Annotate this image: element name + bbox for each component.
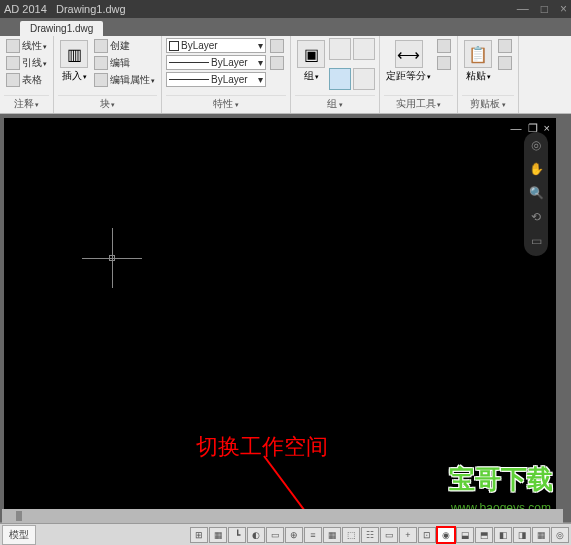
- paste-button[interactable]: 📋 粘贴: [462, 38, 494, 95]
- cut-icon[interactable]: [498, 39, 512, 53]
- status-button-10[interactable]: ▭: [380, 527, 398, 543]
- status-button-9[interactable]: ☷: [361, 527, 379, 543]
- maximize-button[interactable]: □: [541, 2, 548, 16]
- status-button-7[interactable]: ▦: [323, 527, 341, 543]
- status-button-16[interactable]: ◧: [494, 527, 512, 543]
- title-bar: AD 2014 Drawing1.dwg — □ ×: [0, 0, 571, 18]
- nav-orbit-icon[interactable]: ⟲: [528, 210, 544, 226]
- status-button-5[interactable]: ⊕: [285, 527, 303, 543]
- status-button-17[interactable]: ◨: [513, 527, 531, 543]
- status-button-3[interactable]: ◐: [247, 527, 265, 543]
- measure-button[interactable]: ⟷ 定距等分: [384, 38, 433, 95]
- status-button-12[interactable]: ⊡: [418, 527, 436, 543]
- vp-close-icon[interactable]: ×: [544, 122, 550, 135]
- window-controls: — □ ×: [517, 2, 567, 16]
- measure-icon: ⟷: [395, 40, 423, 68]
- group-tool-4[interactable]: [353, 68, 375, 90]
- copy-icon[interactable]: [498, 56, 512, 70]
- status-button-6[interactable]: ≡: [304, 527, 322, 543]
- nav-showmotion-icon[interactable]: ▭: [528, 234, 544, 250]
- minimize-button[interactable]: —: [517, 2, 529, 16]
- create-button[interactable]: 创建: [92, 38, 157, 54]
- navigation-bar: ◎ ✋ 🔍 ⟲ ▭: [524, 132, 548, 256]
- panel-label-clipboard[interactable]: 剪贴板: [462, 95, 514, 111]
- insert-button[interactable]: ▥ 插入: [58, 38, 90, 95]
- status-button-1[interactable]: ▦: [209, 527, 227, 543]
- status-button-4[interactable]: ▭: [266, 527, 284, 543]
- nav-wheel-icon[interactable]: ◎: [528, 138, 544, 154]
- util-icon-1[interactable]: [437, 39, 451, 53]
- leader-icon: [6, 56, 20, 70]
- vp-minimize-icon[interactable]: —: [511, 122, 522, 135]
- insert-icon: ▥: [60, 40, 88, 68]
- status-button-8[interactable]: ⬚: [342, 527, 360, 543]
- match-icon[interactable]: [270, 39, 284, 53]
- horizontal-scrollbar[interactable]: [2, 509, 563, 523]
- status-button-19[interactable]: ◎: [551, 527, 569, 543]
- group-tool-3[interactable]: [329, 68, 351, 90]
- table-icon: [6, 73, 20, 87]
- edit-icon: [94, 56, 108, 70]
- paste-icon: 📋: [464, 40, 492, 68]
- layer-color-select[interactable]: ByLayer▾: [166, 38, 266, 53]
- edit-button[interactable]: 编辑: [92, 55, 157, 71]
- group-tool-2[interactable]: [353, 38, 375, 60]
- status-button-2[interactable]: ┗: [228, 527, 246, 543]
- group-button[interactable]: ▣ 组: [295, 38, 327, 95]
- model-tab[interactable]: 模型: [2, 525, 36, 545]
- status-button-0[interactable]: ⊞: [190, 527, 208, 543]
- drawing-viewport[interactable]: — ❐ × ◎ ✋ 🔍 ⟲ ▭ 切换工作空间: [4, 118, 556, 520]
- nav-pan-icon[interactable]: ✋: [528, 162, 544, 178]
- status-button-14[interactable]: ⬓: [456, 527, 474, 543]
- status-button-18[interactable]: ▦: [532, 527, 550, 543]
- panel-label-properties[interactable]: 特性: [166, 95, 286, 111]
- panel-label-utilities[interactable]: 实用工具: [384, 95, 453, 111]
- create-icon: [94, 39, 108, 53]
- group-icon: ▣: [297, 40, 325, 68]
- nav-zoom-icon[interactable]: 🔍: [528, 186, 544, 202]
- workspace-switch-button[interactable]: ◉: [437, 527, 455, 543]
- editattr-button[interactable]: 编辑属性: [92, 72, 157, 88]
- panel-label-group[interactable]: 组: [295, 95, 375, 111]
- table-button[interactable]: 表格: [4, 72, 49, 88]
- group-tool-1[interactable]: [329, 38, 351, 60]
- panel-label-annotation[interactable]: 注释: [4, 95, 49, 111]
- status-button-11[interactable]: +: [399, 527, 417, 543]
- leader-button[interactable]: 引线: [4, 55, 49, 71]
- linetype-select[interactable]: ByLayer▾: [166, 55, 266, 70]
- document-tabs: Drawing1.dwg: [0, 18, 571, 36]
- watermark-logo: 宝哥下载: [449, 462, 553, 497]
- linear-icon: [6, 39, 20, 53]
- status-bar: 模型 ⊞▦┗◐▭⊕≡▦⬚☷▭+⊡◉⬓⬒◧◨▦◎: [0, 523, 571, 545]
- linear-button[interactable]: 线性: [4, 38, 49, 54]
- editattr-icon: [94, 73, 108, 87]
- ribbon: 线性 引线 表格 注释 ▥ 插入 创建 编辑 编辑属性 块 ByLayer▾ B…: [0, 36, 571, 114]
- status-button-15[interactable]: ⬒: [475, 527, 493, 543]
- document-tab[interactable]: Drawing1.dwg: [20, 21, 103, 36]
- lineweight-select[interactable]: ByLayer▾: [166, 72, 266, 87]
- annotation-text: 切换工作空间: [196, 432, 328, 462]
- close-button[interactable]: ×: [560, 2, 567, 16]
- util-icon-2[interactable]: [437, 56, 451, 70]
- panel-label-block[interactable]: 块: [58, 95, 157, 111]
- list-icon[interactable]: [270, 56, 284, 70]
